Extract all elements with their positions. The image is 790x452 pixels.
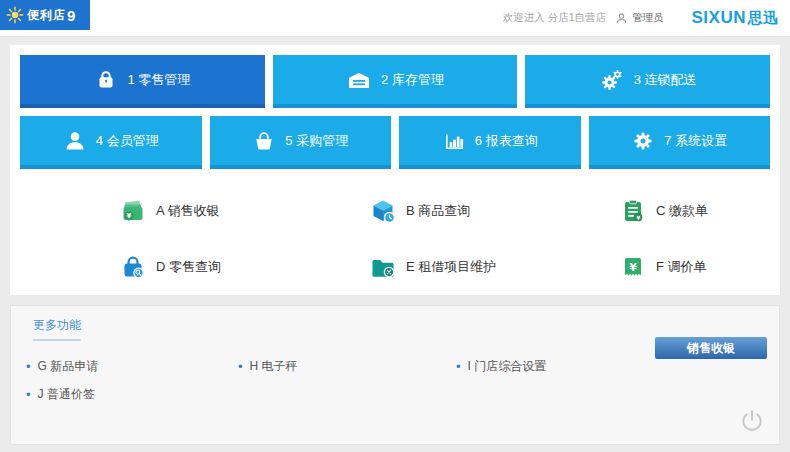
link-label: H 电子秤 bbox=[250, 358, 298, 375]
shortcut-label: C 缴款单 bbox=[656, 202, 708, 220]
tile-label: 7 系统设置 bbox=[664, 132, 727, 150]
bullet-icon: • bbox=[26, 360, 31, 373]
bag-icon bbox=[94, 68, 118, 92]
bar-chart-icon bbox=[442, 129, 466, 153]
tile-row-2: 4 会员管理 5 采购管理 6 bbox=[20, 116, 770, 169]
clipboard-icon: ¥ bbox=[620, 198, 646, 224]
sales-cashier-button[interactable]: 销售收银 bbox=[655, 337, 767, 359]
gears-icon bbox=[599, 68, 625, 92]
shortcut-payment-slip[interactable]: ¥ C 缴款单 bbox=[520, 183, 770, 239]
tile-label: 2 库存管理 bbox=[381, 71, 444, 89]
bag-search-icon bbox=[120, 254, 146, 280]
warehouse-icon bbox=[346, 68, 372, 92]
svg-text:¥: ¥ bbox=[629, 261, 637, 274]
price-tag-icon: ¥ bbox=[620, 254, 646, 280]
shortcut-label: D 零售查询 bbox=[156, 258, 221, 276]
bullet-icon: • bbox=[26, 388, 31, 401]
link-electronic-scale[interactable]: • H 电子秤 bbox=[238, 352, 456, 380]
sun-icon bbox=[5, 5, 25, 25]
app-title-number: 9 bbox=[67, 7, 75, 24]
shortcut-label: B 商品查询 bbox=[406, 202, 470, 220]
bullet-icon: • bbox=[238, 360, 243, 373]
shortcut-retail-query[interactable]: D 零售查询 bbox=[20, 239, 270, 295]
more-functions-panel: 更多功能 • G 新品申请 • H 电子秤 • I 门店综合设置 • J 普通价… bbox=[10, 305, 780, 445]
tile-inventory-management[interactable]: 2 库存管理 bbox=[273, 55, 518, 108]
shortcut-label: E 租借项目维护 bbox=[406, 258, 496, 276]
brand-text-en: SIXUN bbox=[692, 8, 746, 28]
gear-icon bbox=[631, 129, 655, 153]
tile-label: 3 连锁配送 bbox=[634, 71, 697, 89]
folder-icon bbox=[370, 254, 396, 280]
tile-member-management[interactable]: 4 会员管理 bbox=[20, 116, 202, 169]
tile-label: 6 报表查询 bbox=[475, 132, 538, 150]
basket-icon bbox=[252, 129, 276, 153]
more-functions-title: 更多功能 bbox=[33, 317, 81, 341]
tile-chain-distribution[interactable]: 3 连锁配送 bbox=[525, 55, 770, 108]
more-functions-links: • G 新品申请 • H 电子秤 • I 门店综合设置 • J 普通价签 bbox=[26, 352, 756, 408]
shortcut-label: A 销售收银 bbox=[156, 202, 220, 220]
tile-report-query[interactable]: 6 报表查询 bbox=[399, 116, 581, 169]
link-label: J 普通价签 bbox=[38, 386, 95, 403]
wallet-icon: ¥ bbox=[120, 198, 146, 224]
user-name: 管理员 bbox=[632, 11, 664, 25]
shortcut-grid: ¥ A 销售收银 B 商品查询 bbox=[20, 183, 770, 295]
shortcut-rental-item-maintenance[interactable]: E 租借项目维护 bbox=[270, 239, 520, 295]
tile-retail-management[interactable]: 1 零售管理 bbox=[20, 55, 265, 108]
user-icon bbox=[615, 12, 628, 25]
tile-label: 1 零售管理 bbox=[127, 71, 190, 89]
link-label: G 新品申请 bbox=[38, 358, 99, 375]
link-new-product-request[interactable]: • G 新品申请 bbox=[26, 352, 238, 380]
power-button[interactable] bbox=[739, 408, 765, 434]
svg-text:¥: ¥ bbox=[127, 212, 132, 220]
shortcut-label: F 调价单 bbox=[656, 258, 707, 276]
tile-purchase-management[interactable]: 5 采购管理 bbox=[210, 116, 392, 169]
tile-label: 5 采购管理 bbox=[285, 132, 348, 150]
tile-row-1: 1 零售管理 2 库存管理 bbox=[20, 55, 770, 108]
welcome-text: 欢迎进入 分店1自营店 bbox=[503, 11, 606, 25]
sixun-brand-logo: SIXUN 思迅 bbox=[692, 8, 778, 28]
shortcut-price-adjustment[interactable]: ¥ F 调价单 bbox=[520, 239, 770, 295]
link-ordinary-price-tag[interactable]: • J 普通价签 bbox=[26, 380, 238, 408]
bullet-icon: • bbox=[456, 360, 461, 373]
tile-system-settings[interactable]: 7 系统设置 bbox=[589, 116, 771, 169]
user-menu[interactable]: 管理员 bbox=[615, 11, 664, 25]
brand-text-cn: 思迅 bbox=[748, 9, 778, 28]
link-label: I 门店综合设置 bbox=[468, 358, 547, 375]
app-logo: 便利店 9 bbox=[0, 0, 90, 30]
member-icon bbox=[63, 129, 87, 153]
shortcut-product-query[interactable]: B 商品查询 bbox=[270, 183, 520, 239]
app-title: 便利店 bbox=[27, 7, 66, 24]
tile-label: 4 会员管理 bbox=[96, 132, 159, 150]
shortcut-sales-cashier[interactable]: ¥ A 销售收银 bbox=[20, 183, 270, 239]
cube-search-icon bbox=[370, 198, 396, 224]
top-bar: 便利店 9 欢迎进入 分店1自营店 管理员 SIXUN 思迅 bbox=[0, 0, 790, 37]
main-menu-card: 1 零售管理 2 库存管理 bbox=[10, 45, 780, 295]
